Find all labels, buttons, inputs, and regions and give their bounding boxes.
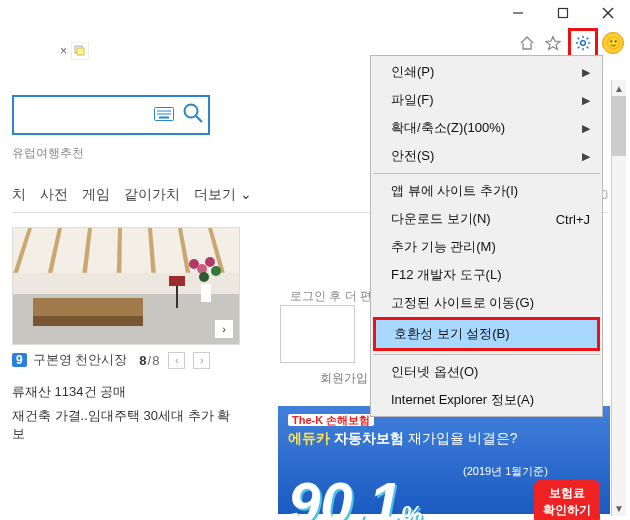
headline-category: 9 (12, 353, 27, 367)
headline-pager: 8/8 (139, 353, 160, 368)
new-tab-button[interactable] (71, 42, 89, 60)
svg-point-19 (185, 104, 198, 117)
smiley-icon[interactable]: 🙂 (602, 32, 624, 54)
login-prompt: 로그인 후 더 편 (290, 288, 372, 305)
headline-title[interactable]: 구본영 천안시장 (33, 351, 128, 369)
close-button[interactable] (585, 0, 630, 26)
news-item[interactable]: 류재산 1134건 공매 (12, 383, 240, 401)
login-input-box[interactable] (280, 305, 355, 363)
menu-zoom[interactable]: 확대/축소(Z)(100%)▶ (373, 114, 600, 142)
window-controls (495, 0, 630, 26)
menu-file[interactable]: 파일(F)▶ (373, 86, 600, 114)
svg-line-9 (578, 38, 580, 40)
menu-manage-addons[interactable]: 추가 기능 관리(M) (373, 233, 600, 261)
signup-link[interactable]: 회원가입 (320, 370, 368, 387)
svg-rect-14 (77, 48, 84, 55)
menu-safety[interactable]: 안전(S)▶ (373, 142, 600, 170)
menu-pinned-sites[interactable]: 고정된 사이트로 이동(G) (373, 289, 600, 317)
scroll-down-button[interactable]: ▼ (612, 500, 626, 516)
photo-next-arrow[interactable]: › (215, 320, 233, 338)
insurance-banner[interactable]: The-K 손해보험 에듀카 자동차보험 재가입율 비결은? 90.1% (20… (278, 406, 610, 514)
browser-toolbar: 🙂 (516, 28, 624, 58)
menu-downloads[interactable]: 다운로드 보기(N)Ctrl+J (373, 205, 600, 233)
favorites-icon[interactable] (542, 32, 564, 54)
tab-close-icon[interactable]: × (60, 44, 67, 58)
menu-compat-view-settings[interactable]: 호환성 보기 설정(B) (376, 320, 597, 348)
submenu-arrow-icon: ▶ (582, 66, 590, 79)
headline-row: 9 구본영 천안시장 8/8 ‹ › (12, 351, 240, 369)
menu-separator (373, 173, 600, 174)
keyboard-icon[interactable] (154, 107, 174, 124)
svg-line-10 (587, 47, 589, 49)
headline-prev[interactable]: ‹ (168, 352, 185, 369)
tab-strip: × (60, 42, 89, 60)
svg-point-4 (581, 41, 586, 46)
nav-tab[interactable]: 사전 (40, 186, 68, 204)
tools-menu-highlight (568, 28, 598, 58)
vertical-scrollbar[interactable]: ▲ ▼ (611, 80, 626, 516)
scroll-thumb[interactable] (612, 96, 626, 156)
svg-rect-1 (558, 9, 567, 18)
nav-tab-more[interactable]: 더보기 ⌄ (194, 186, 252, 204)
feature-card: › 9 구본영 천안시장 8/8 ‹ › 류재산 1134건 공매 재건축 가결… (12, 227, 240, 443)
nav-tab[interactable]: 치 (12, 186, 26, 204)
menu-shortcut: Ctrl+J (556, 212, 590, 227)
svg-line-12 (578, 47, 580, 49)
maximize-button[interactable] (540, 0, 585, 26)
banner-brand: The-K 손해보험 (288, 414, 374, 426)
menu-about-ie[interactable]: Internet Explorer 정보(A) (373, 386, 600, 414)
chevron-down-icon: ⌄ (240, 186, 252, 202)
search-box[interactable] (12, 95, 210, 135)
menu-f12-devtools[interactable]: F12 개발자 도구(L) (373, 261, 600, 289)
home-icon[interactable] (516, 32, 538, 54)
submenu-arrow-icon: ▶ (582, 150, 590, 163)
feature-photo[interactable]: › (12, 227, 240, 345)
nav-tab[interactable]: 게임 (82, 186, 110, 204)
search-icon[interactable] (182, 102, 204, 129)
headline-next[interactable]: › (193, 352, 210, 369)
news-list: 류재산 1134건 공매 재건축 가결..임대주택 30세대 추가 확보 (12, 383, 240, 443)
minimize-button[interactable] (495, 0, 540, 26)
menu-separator (373, 354, 600, 355)
svg-line-20 (196, 116, 202, 122)
menu-print[interactable]: 인쇄(P)▶ (373, 58, 600, 86)
banner-headline: 에듀카 자동차보험 재가입율 비결은? (288, 430, 600, 448)
banner-cta-badge[interactable]: 보험료확인하기 (534, 480, 600, 520)
gear-icon[interactable] (572, 32, 594, 54)
menu-compat-highlight: 호환성 보기 설정(B) (373, 317, 600, 351)
submenu-arrow-icon: ▶ (582, 122, 590, 135)
menu-add-site-appview[interactable]: 앱 뷰에 사이트 추가(I) (373, 177, 600, 205)
news-item[interactable]: 재건축 가결..임대주택 30세대 추가 확보 (12, 407, 240, 443)
scroll-up-button[interactable]: ▲ (612, 80, 626, 96)
nav-tab[interactable]: 같이가치 (124, 186, 180, 204)
banner-date: (2019년 1월기준) (463, 464, 548, 479)
tools-context-menu: 인쇄(P)▶ 파일(F)▶ 확대/축소(Z)(100%)▶ 안전(S)▶ 앱 뷰… (370, 55, 603, 417)
submenu-arrow-icon: ▶ (582, 94, 590, 107)
menu-internet-options[interactable]: 인터넷 옵션(O) (373, 358, 600, 386)
banner-bignum: 90.1% (288, 469, 422, 520)
svg-line-11 (587, 38, 589, 40)
